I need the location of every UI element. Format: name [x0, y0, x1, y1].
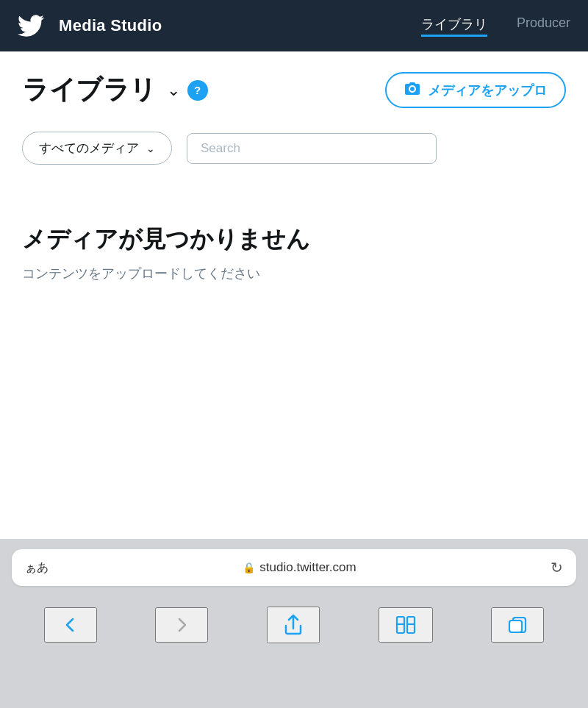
url-bar: ぁあ 🔒 studio.twitter.com ↻ — [12, 549, 576, 586]
search-input[interactable] — [187, 133, 437, 164]
reload-icon[interactable]: ↻ — [551, 559, 563, 576]
nav-link-library[interactable]: ライブラリ — [421, 15, 487, 37]
bottom-nav — [0, 595, 588, 651]
browser-bottom-bar: ぁあ 🔒 studio.twitter.com ↻ — [0, 539, 588, 708]
url-text: studio.twitter.com — [259, 560, 356, 575]
upload-button-label: メディアをアップロ — [428, 82, 547, 99]
lock-icon: 🔒 — [243, 562, 255, 573]
page-title-group: ライブラリ ⌄ ? — [22, 72, 208, 108]
main-content: ライブラリ ⌄ ? メディアをアップロ すべてのメディア ⌄ メディアが見つかり… — [0, 51, 588, 551]
back-button[interactable] — [44, 607, 97, 643]
media-filter-button[interactable]: すべてのメディア ⌄ — [22, 132, 172, 165]
nav-link-producer[interactable]: Producer — [517, 15, 570, 37]
forward-button[interactable] — [155, 607, 208, 643]
svg-rect-5 — [509, 621, 522, 632]
media-filter-label: すべてのメディア — [39, 140, 139, 157]
page-header: ライブラリ ⌄ ? メディアをアップロ — [22, 72, 566, 108]
upload-button[interactable]: メディアをアップロ — [385, 72, 566, 108]
empty-state-title: メディアが見つかりません — [22, 224, 566, 256]
share-button[interactable] — [267, 607, 320, 643]
empty-state: メディアが見つかりません コンテンツをアップロードしてください — [22, 201, 566, 304]
title-chevron-icon[interactable]: ⌄ — [167, 81, 180, 100]
url-bar-container: ぁあ 🔒 studio.twitter.com ↻ — [0, 539, 588, 595]
url-address[interactable]: 🔒 studio.twitter.com — [59, 560, 540, 575]
bookmarks-button[interactable] — [379, 607, 433, 643]
aa-text[interactable]: ぁあ — [25, 560, 49, 576]
help-icon[interactable]: ? — [187, 80, 208, 101]
app-title: Media Studio — [59, 16, 406, 35]
camera-icon — [404, 81, 420, 99]
top-nav: Media Studio ライブラリ Producer — [0, 0, 588, 51]
page-title: ライブラリ — [22, 72, 157, 108]
search-input-wrapper — [187, 133, 566, 164]
twitter-logo-icon — [18, 12, 44, 39]
tabs-button[interactable] — [491, 607, 544, 643]
nav-links: ライブラリ Producer — [421, 15, 570, 37]
empty-state-subtitle: コンテンツをアップロードしてください — [22, 265, 566, 282]
filter-row: すべてのメディア ⌄ — [22, 132, 566, 165]
filter-chevron-icon: ⌄ — [146, 143, 155, 154]
